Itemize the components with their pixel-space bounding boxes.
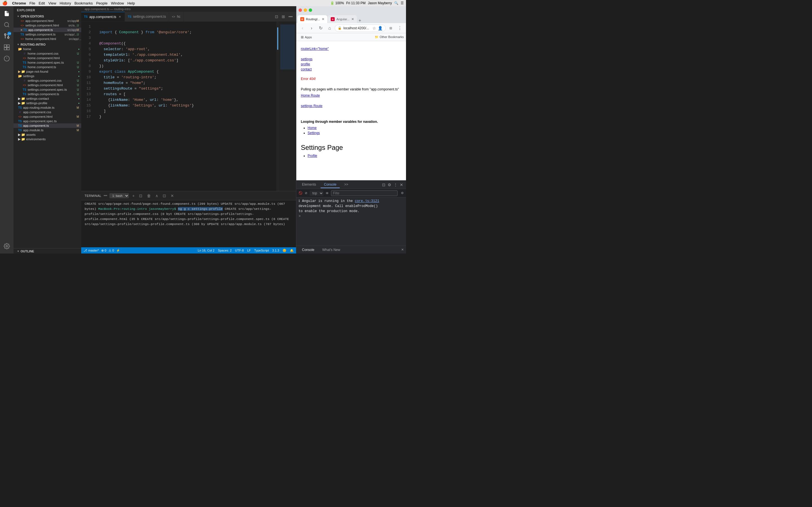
open-editor-app-component-ts[interactable]: ✕ TS app.component.ts src/app M	[13, 27, 81, 32]
tab-settings-component-ts[interactable]: TS settings.component.ts	[125, 12, 169, 21]
profile-list-item[interactable]: Profile	[308, 154, 402, 158]
menu-bookmarks[interactable]: Bookmarks	[74, 1, 93, 5]
menu-window[interactable]: Window	[111, 1, 124, 5]
search-icon[interactable]: 🔍	[394, 1, 398, 5]
file-settings-html[interactable]: <> settings.component.html U	[13, 83, 81, 87]
clear-console-btn[interactable]: 🚫	[299, 191, 303, 195]
file-app-css[interactable]: # app.component.css	[13, 110, 81, 114]
encoding[interactable]: UTF-8	[235, 249, 244, 252]
chrome-tab-angular[interactable]: A Angular... ✕	[328, 15, 357, 23]
router-link-home[interactable]: routerLink="home"	[301, 47, 402, 51]
bottom-tab-console[interactable]: Console	[299, 247, 318, 253]
folder-settings-contact[interactable]: ▶ 📁 settings-contact ●	[13, 96, 81, 101]
contact-link[interactable]: contact	[301, 67, 402, 71]
terminal-add-btn[interactable]: +	[131, 193, 136, 199]
terminal-maximize-btn[interactable]: ⊡	[161, 193, 167, 199]
activity-settings-icon[interactable]	[2, 241, 12, 251]
tab-close-routing[interactable]: ✕	[322, 17, 324, 21]
cursor-position[interactable]: Ln 16, Col 2	[198, 249, 214, 252]
devtools-bottom-close[interactable]: ✕	[401, 248, 404, 251]
file-app-ts[interactable]: TS app.component.ts M	[13, 123, 81, 128]
folder-home[interactable]: 📂 home ●	[13, 47, 81, 51]
split-editor-btn[interactable]: ⊡	[274, 14, 280, 19]
devtools-tab-console[interactable]: Console	[320, 181, 340, 188]
folder-assets[interactable]: ▶ 📁 assets	[13, 132, 81, 137]
tab-close-btn[interactable]: ✕	[118, 15, 122, 19]
open-editor-settings-html[interactable]: <> settings.component.html src/a... U	[13, 23, 81, 27]
folder-environments[interactable]: ▶ 📁 environments	[13, 137, 81, 142]
menu-file[interactable]: File	[29, 1, 35, 5]
home-route-link[interactable]: Home Route	[301, 94, 402, 98]
devtools-console[interactable]: ℹ Angular is running in the core.js:3121…	[296, 198, 406, 245]
file-home-ts[interactable]: TS home.component.ts U	[13, 65, 81, 69]
tab-close-angular[interactable]: ✕	[351, 17, 354, 21]
forward-btn[interactable]: ›	[308, 24, 315, 32]
terminal-split-btn[interactable]: ⊡	[138, 193, 144, 199]
reload-btn[interactable]: ↻	[317, 24, 324, 32]
file-app-module[interactable]: TS app.module.ts M	[13, 128, 81, 132]
activity-debug-icon[interactable]	[2, 54, 12, 64]
bottom-tab-whats-new[interactable]: What's New	[319, 247, 344, 253]
file-app-routing[interactable]: TS app-routing.module.ts M	[13, 105, 81, 110]
eol[interactable]: LF	[247, 249, 251, 252]
context-select[interactable]: top	[310, 190, 323, 196]
terminal-up-btn[interactable]: ∧	[154, 193, 159, 199]
new-tab-btn[interactable]: +	[357, 18, 362, 23]
open-editor-home-html[interactable]: <> home.component.html src/app/...	[13, 37, 81, 41]
folder-page-not-found[interactable]: ▶ 📁 page-not-found ●	[13, 69, 81, 74]
open-editor-app-component-html[interactable]: <> app.component.html src/app M	[13, 18, 81, 23]
activity-files-icon[interactable]	[2, 8, 12, 18]
ts-version[interactable]: 3.1.3	[272, 249, 279, 252]
core-js-link[interactable]: core.js:3121	[355, 199, 379, 203]
activity-source-control-icon[interactable]: 24	[2, 31, 12, 41]
close-window-btn[interactable]	[299, 8, 302, 12]
spaces[interactable]: Spaces: 2	[218, 249, 232, 252]
more-actions-btn[interactable]: •••	[287, 14, 294, 19]
file-settings-css[interactable]: # settings.component.css U	[13, 78, 81, 83]
outline-header[interactable]: ▼ OUTLINE	[13, 248, 81, 253]
watch-icon[interactable]: 👁	[326, 191, 329, 195]
back-btn[interactable]: ‹	[299, 24, 306, 32]
home-btn[interactable]: ⌂	[326, 24, 334, 32]
apple-icon[interactable]: 🍎	[2, 1, 8, 6]
settings-route-link[interactable]: settings Route	[301, 104, 402, 108]
file-home-spec[interactable]: TS home.component.spec.ts U	[13, 60, 81, 65]
menu-people[interactable]: People	[96, 1, 107, 5]
tab-hc[interactable]: <> hc	[169, 12, 184, 21]
editor-scrollbar[interactable]	[276, 22, 279, 191]
settings-link[interactable]: settings	[301, 57, 402, 61]
person-icon[interactable]: 👤	[378, 26, 383, 31]
file-app-spec[interactable]: TS app.component.spec.ts	[13, 119, 81, 123]
menu-help[interactable]: Help	[128, 1, 135, 5]
devtools-more-btn[interactable]: ⋮	[393, 182, 398, 187]
activity-search-icon[interactable]	[2, 20, 12, 30]
warning-count[interactable]: ⚠ 0	[109, 249, 114, 252]
language-mode[interactable]: TypeScript	[254, 249, 269, 252]
terminal-close-btn[interactable]: ✕	[169, 193, 175, 199]
chrome-tab-routing[interactable]: R RoutingI... ✕	[297, 15, 327, 23]
folder-settings-profile[interactable]: ▶ 📁 settings-profile ●	[13, 101, 81, 105]
minimize-window-btn[interactable]	[304, 8, 307, 12]
file-app-html[interactable]: <> app.component.html M	[13, 114, 81, 119]
code-content[interactable]: import { Component } from '@angular/core…	[95, 22, 276, 191]
terminal-trash-btn[interactable]: 🗑	[146, 193, 152, 199]
bell-icon[interactable]: 🔔	[290, 249, 294, 252]
layout-btn[interactable]: ⊞	[281, 14, 286, 19]
extensions-btn[interactable]: ⊞	[387, 24, 395, 32]
bookmark-apps[interactable]: ⊞ Apps	[299, 35, 314, 40]
open-editor-settings-ts[interactable]: TS settings.component.ts src/app/... U	[13, 32, 81, 37]
devtools-dock-btn[interactable]: ⊡	[382, 182, 386, 187]
menu-chrome[interactable]: Chrome	[12, 1, 26, 5]
profile-link[interactable]: profile	[301, 62, 402, 66]
smiley-icon[interactable]: 😊	[283, 249, 287, 252]
nav-item-settings[interactable]: Settings	[308, 131, 402, 135]
list-icon[interactable]: ☰	[401, 1, 404, 5]
error-count[interactable]: ⊗ 0	[101, 249, 106, 252]
file-home-css[interactable]: # home.component.css U	[13, 51, 81, 56]
bookmark-star-icon[interactable]: ☆	[372, 26, 376, 31]
file-settings-spec[interactable]: TS settings.component.spec.ts U	[13, 87, 81, 92]
terminal-shell-select[interactable]: 1: bash	[109, 193, 129, 198]
filter-icon[interactable]: ⊘	[305, 191, 307, 195]
profile-nav-link[interactable]: Profile	[308, 154, 402, 158]
devtools-settings-btn[interactable]: ⚙	[387, 182, 392, 187]
